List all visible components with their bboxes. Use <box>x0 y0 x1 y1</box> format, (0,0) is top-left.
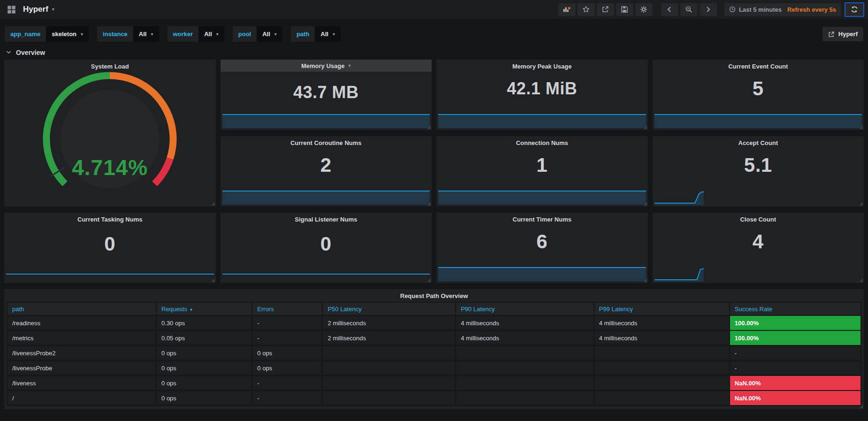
dashboard-link-button[interactable]: Hyperf <box>822 27 863 41</box>
column-header-p50-latency[interactable]: P50 Latency <box>323 303 455 315</box>
panel-request-path-overview: Request Path Overview pathRequests▾Error… <box>4 289 864 409</box>
table-cell: 0 ops <box>157 376 251 390</box>
column-header-success-rate[interactable]: Success Rate <box>730 303 860 315</box>
variable-path[interactable]: pathAll▾ <box>291 26 341 42</box>
column-header-path[interactable]: path <box>8 303 156 315</box>
stat-value: 0 <box>4 217 216 271</box>
dashboard-title[interactable]: Hyperf ▾ <box>23 5 54 14</box>
add-panel-button[interactable] <box>558 3 576 16</box>
gauge-value: 4.714% <box>4 155 216 180</box>
table-row: /livenessProbe20 ops0 ops- <box>8 346 860 360</box>
toolbar-nav <box>659 3 717 16</box>
stat-value: 1 <box>436 141 648 190</box>
search-minus-icon <box>685 6 693 13</box>
dashboard-link-label: Hyperf <box>838 31 858 38</box>
time-back-button[interactable] <box>661 3 678 16</box>
table-cell: - <box>730 346 860 360</box>
table-cell: - <box>730 361 860 375</box>
stat-value: 4 <box>653 217 864 266</box>
variable-worker[interactable]: workerAll▾ <box>168 26 224 42</box>
zoom-out-button[interactable] <box>680 3 698 16</box>
table-cell: 0.05 ops <box>157 331 251 345</box>
variable-pool[interactable]: poolAll▾ <box>233 26 282 42</box>
variable-value-dropdown[interactable]: skeleton▾ <box>46 26 89 42</box>
chevron-down-icon: ▾ <box>333 32 335 37</box>
refresh-icon <box>851 6 858 13</box>
chevron-down-icon: ▾ <box>81 32 83 37</box>
clock-icon <box>729 6 736 13</box>
chevron-down-icon: ▾ <box>52 7 54 12</box>
time-picker[interactable]: Last 5 minutes Refresh every 5s <box>724 3 841 16</box>
refresh-button[interactable] <box>845 2 864 17</box>
column-header-errors[interactable]: Errors <box>252 303 322 315</box>
table-cell: 100.00% <box>730 316 860 330</box>
success-rate-badge: NaN.00% <box>730 376 860 390</box>
table-cell: /metrics <box>8 331 156 345</box>
table-row: /readiness0.30 ops-2 milliseconds4 milli… <box>8 316 860 330</box>
external-link-icon <box>828 31 835 38</box>
panel-connection-nums: Connection Nums 1 <box>436 136 648 207</box>
table-row: /liveness0 ops-NaN.00% <box>8 376 860 390</box>
navbar: Hyperf ▾ Last 5 minutes Refresh every 5s <box>0 0 868 19</box>
settings-button[interactable] <box>635 3 653 16</box>
variable-value-dropdown[interactable]: All▾ <box>133 26 159 42</box>
table-header: pathRequests▾ErrorsP50 LatencyP90 Latenc… <box>8 303 860 315</box>
column-header-p99-latency[interactable]: P99 Latency <box>594 303 729 315</box>
table-cell <box>323 391 455 405</box>
panel-memory-peak-usage: Memory Peak Usage 42.1 MiB <box>436 60 648 130</box>
refresh-interval-label[interactable]: Refresh every 5s <box>787 6 836 13</box>
panel-title[interactable]: Request Path Overview <box>4 289 864 299</box>
share-button[interactable] <box>597 3 614 16</box>
table-row: /metrics0.05 ops-2 milliseconds4 millise… <box>8 331 860 345</box>
chevron-down-icon: ▾ <box>274 32 277 37</box>
variable-app_name[interactable]: app_nameskeleton▾ <box>5 26 89 42</box>
sparkline <box>438 114 646 128</box>
variable-value-dropdown[interactable]: All▾ <box>315 26 341 42</box>
panel-current-event-count: Current Event Count 5 <box>653 60 864 130</box>
table-cell: /livenessProbe2 <box>8 346 156 360</box>
table-cell <box>594 376 729 390</box>
column-header-requests[interactable]: Requests▾ <box>157 303 251 315</box>
table-cell: 0 ops <box>157 346 251 360</box>
table-cell <box>594 346 729 360</box>
table-cell <box>323 346 455 360</box>
success-rate-badge: 100.00% <box>730 316 860 330</box>
table-cell: 4 milliseconds <box>594 331 729 345</box>
panel-title[interactable]: Memory Usage▾ <box>221 60 432 72</box>
row-header-overview[interactable]: Overview <box>0 46 868 58</box>
panel-system-load: System Load 4.714% <box>4 60 216 207</box>
variable-instance[interactable]: instanceAll▾ <box>97 26 159 42</box>
panel-title[interactable]: System Load <box>4 60 216 70</box>
sparkline <box>655 262 704 282</box>
table-cell <box>323 361 455 375</box>
stat-value: 5 <box>653 64 864 113</box>
stat-value: 0 <box>221 217 432 271</box>
star-button[interactable] <box>578 3 595 16</box>
table-cell: /livenessProbe <box>8 361 156 375</box>
toolbar-left <box>556 3 653 16</box>
dashboard-picker-button[interactable] <box>3 2 20 17</box>
table-cell: 100.00% <box>730 331 860 345</box>
variable-value-dropdown[interactable]: All▾ <box>257 26 282 42</box>
variable-label: app_name <box>5 26 46 42</box>
table-cell <box>594 391 729 405</box>
save-button[interactable] <box>616 3 633 16</box>
sparkline <box>222 114 430 128</box>
sparkline <box>222 191 430 205</box>
success-rate-badge: 100.00% <box>730 331 860 345</box>
variable-label: path <box>291 26 315 42</box>
table-cell: - <box>252 376 322 390</box>
table-cell: NaN.00% <box>730 376 860 390</box>
table-cell: /readiness <box>8 316 156 330</box>
variable-value-dropdown[interactable]: All▾ <box>198 26 224 42</box>
stat-value: 5.1 <box>653 141 864 190</box>
table-cell: 0.30 ops <box>157 316 251 330</box>
panel-signal-listener-nums: Signal Listener Nums 0 <box>221 213 432 283</box>
column-header-p90-latency[interactable]: P90 Latency <box>456 303 594 315</box>
sparkline <box>438 191 646 205</box>
time-forward-button[interactable] <box>700 3 717 16</box>
sparkline <box>6 274 214 275</box>
table-header-row: pathRequests▾ErrorsP50 LatencyP90 Latenc… <box>8 303 860 315</box>
table-cell <box>456 376 594 390</box>
table-cell: 4 milliseconds <box>594 316 729 330</box>
